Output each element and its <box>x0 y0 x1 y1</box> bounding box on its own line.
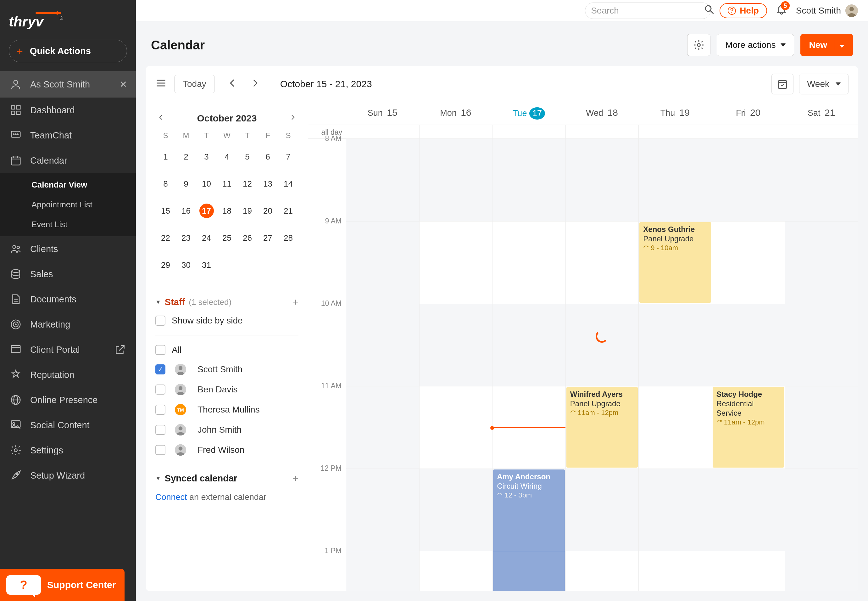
mini-day-cell[interactable]: 12 <box>237 170 257 197</box>
checkbox[interactable] <box>155 316 165 326</box>
time-cell[interactable] <box>419 468 492 551</box>
user-menu[interactable]: Scott Smith <box>796 5 858 17</box>
sidebar-user-row[interactable]: As Scott Smith ✕ <box>0 71 136 98</box>
all-day-cell[interactable] <box>565 125 639 139</box>
mini-day-cell[interactable]: 1 <box>155 143 176 170</box>
time-cell[interactable] <box>419 221 492 304</box>
all-day-cell[interactable] <box>346 125 419 139</box>
view-select[interactable]: Week <box>799 74 848 95</box>
prev-week-button[interactable] <box>224 78 241 91</box>
calendar-event[interactable]: Winifred AyersPanel Upgrade 11am - 12pm <box>566 387 638 468</box>
mini-day-cell[interactable]: 24 <box>196 224 217 252</box>
time-cell[interactable] <box>346 304 419 386</box>
search-icon[interactable] <box>704 4 715 17</box>
time-cell[interactable] <box>712 551 785 591</box>
sidebar-item-marketing[interactable]: Marketing <box>0 312 136 337</box>
help-button[interactable]: ? Help <box>720 3 767 18</box>
time-cell[interactable]: Amy AndersonCircuit Wiring 12 - 3pm <box>492 468 565 551</box>
mini-day-cell[interactable]: 2 <box>176 143 196 170</box>
time-cell[interactable] <box>712 139 785 221</box>
notifications-button[interactable]: 5 <box>776 4 787 17</box>
day-header[interactable]: Tue 17 <box>492 102 565 125</box>
all-day-cell[interactable] <box>712 125 785 139</box>
mini-next-month[interactable] <box>287 114 298 124</box>
time-cell[interactable] <box>346 139 419 221</box>
sidebar-item-calendar[interactable]: Calendar <box>0 148 136 173</box>
time-cell[interactable]: Stacy HodgeResidential Service 11am - 12… <box>712 386 785 468</box>
mini-day-cell[interactable]: 16 <box>176 197 196 224</box>
mini-day-cell[interactable]: 29 <box>155 252 176 279</box>
time-cell[interactable] <box>565 221 639 304</box>
search-input[interactable] <box>591 6 704 16</box>
add-synced-calendar-button[interactable]: + <box>292 473 298 484</box>
time-cell[interactable] <box>419 386 492 468</box>
time-cell[interactable] <box>638 386 712 468</box>
mini-day-cell[interactable]: 20 <box>257 197 278 224</box>
side-by-side-toggle[interactable]: Show side by side <box>155 311 298 330</box>
mini-day-cell[interactable]: 22 <box>155 224 176 252</box>
day-header[interactable]: Thu 19 <box>638 102 712 125</box>
time-cell[interactable] <box>492 139 565 221</box>
day-header[interactable]: Mon 16 <box>419 102 492 125</box>
sidebar-item-client-portal[interactable]: Client Portal <box>0 337 136 362</box>
time-cell[interactable] <box>419 139 492 221</box>
time-cell[interactable]: Xenos GuthriePanel Upgrade 9 - 10am <box>638 221 712 304</box>
mini-day-cell[interactable]: 30 <box>176 252 196 279</box>
mini-day-cell[interactable]: 14 <box>278 170 298 197</box>
mini-day-cell[interactable]: 9 <box>176 170 196 197</box>
time-cell[interactable] <box>565 304 639 386</box>
mini-day-cell[interactable]: 3 <box>196 143 217 170</box>
checkbox[interactable] <box>155 445 165 455</box>
time-cell[interactable] <box>565 468 639 551</box>
checkbox[interactable] <box>155 405 165 415</box>
mini-day-cell[interactable]: 19 <box>237 197 257 224</box>
time-cell[interactable] <box>785 139 858 221</box>
mini-day-cell[interactable]: 8 <box>155 170 176 197</box>
sidebar-item-documents[interactable]: Documents <box>0 287 136 312</box>
time-cell[interactable]: Winifred AyersPanel Upgrade 11am - 12pm <box>565 386 639 468</box>
mini-day-cell[interactable]: 10 <box>196 170 217 197</box>
time-cell[interactable] <box>346 551 419 591</box>
sidebar-subitem-event-list[interactable]: Event List <box>0 215 136 235</box>
mini-day-cell[interactable]: 4 <box>217 143 237 170</box>
mini-prev-month[interactable] <box>155 114 167 124</box>
mini-day-cell[interactable]: 11 <box>217 170 237 197</box>
time-cell[interactable] <box>492 304 565 386</box>
calendar-event[interactable]: Xenos GuthriePanel Upgrade 9 - 10am <box>640 222 711 303</box>
time-cell[interactable] <box>785 304 858 386</box>
calendar-settings-button[interactable] <box>687 34 710 56</box>
mini-day-cell[interactable]: 28 <box>278 224 298 252</box>
checkbox[interactable] <box>155 365 165 374</box>
calendar-picker-button[interactable] <box>771 74 793 95</box>
sidebar-item-setup-wizard[interactable]: Setup Wizard <box>0 463 136 488</box>
mini-day-cell[interactable]: 25 <box>217 224 237 252</box>
synced-section-header[interactable]: ▼ Synced calendar + <box>155 470 298 487</box>
staff-row[interactable]: Scott Smith <box>155 359 298 380</box>
mini-day-cell[interactable]: 5 <box>237 143 257 170</box>
calendar-event[interactable]: Stacy HodgeResidential Service 11am - 12… <box>713 387 784 468</box>
connect-link[interactable]: Connect <box>155 493 187 502</box>
next-week-button[interactable] <box>247 78 263 91</box>
quick-actions-button[interactable]: + Quick Actions <box>9 40 127 62</box>
time-cell[interactable] <box>346 221 419 304</box>
day-header[interactable]: Wed 18 <box>565 102 639 125</box>
time-cell[interactable] <box>565 139 639 221</box>
staff-row[interactable]: Fred Wilson <box>155 440 298 460</box>
sidebar-item-teamchat[interactable]: TeamChat <box>0 123 136 148</box>
time-cell[interactable] <box>492 551 565 591</box>
time-cell[interactable] <box>419 551 492 591</box>
checkbox[interactable] <box>155 345 165 355</box>
staff-section-header[interactable]: ▼ Staff (1 selected) + <box>155 293 298 311</box>
time-cell[interactable] <box>785 468 858 551</box>
mini-day-cell[interactable]: 7 <box>278 143 298 170</box>
staff-row[interactable]: Ben Davis <box>155 380 298 400</box>
mini-day-cell[interactable]: 26 <box>237 224 257 252</box>
mini-day-cell[interactable]: 13 <box>257 170 278 197</box>
time-cell[interactable] <box>565 551 639 591</box>
sidebar-item-settings[interactable]: Settings <box>0 438 136 463</box>
sidebar-item-reputation[interactable]: Reputation <box>0 362 136 387</box>
sidebar-item-dashboard[interactable]: Dashboard <box>0 98 136 123</box>
time-cell[interactable] <box>638 468 712 551</box>
all-day-cell[interactable] <box>492 125 565 139</box>
time-cell[interactable] <box>712 468 785 551</box>
